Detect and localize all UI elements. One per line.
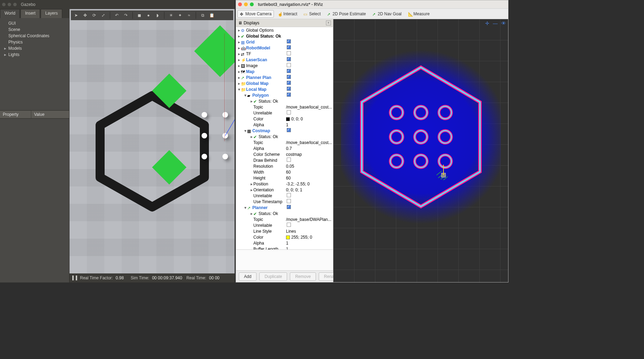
gazebo-3d-view[interactable]: ➤ ✥ ⟳ ⤢ ↶ ↷ ◼ ● ◗ ☀ ✦ ≈ ⧉ 📋 [70,9,235,282]
window-close-icon[interactable] [238,2,242,6]
tree-value[interactable]: 255; 255; 0 [285,235,333,240]
tree-value[interactable] [285,87,333,92]
tree-row[interactable]: ▾▩Costmap [236,128,333,134]
close-panel-icon[interactable]: × [326,21,331,25]
tree-value[interactable]: costmap [285,152,333,157]
tree-row[interactable]: ▾📁Local Map [236,86,333,92]
tree-value[interactable]: 0; 0; 0 [285,117,333,121]
tree-value[interactable] [285,63,333,68]
window-min-icon[interactable] [8,3,11,6]
tree-value[interactable] [285,199,333,204]
expand-icon[interactable]: ▸ [237,46,241,50]
toolbar-2d-nav-goal[interactable]: ➚2D Nav Goal [370,10,404,18]
tree-value[interactable]: 60 [285,170,333,175]
checkbox[interactable] [287,205,291,209]
tree-row[interactable]: ▾▰Polygon [236,92,333,98]
expand-icon[interactable]: ▸ [250,188,253,192]
tree-row[interactable]: ▸↗Planner Plan [236,74,333,80]
tree-row[interactable]: ▾↗Planner [236,205,333,210]
tree-value[interactable]: 60 [285,176,333,181]
tree-value[interactable]: /move_base/local_cost... [285,105,333,110]
checkbox[interactable] [287,63,291,67]
tree-value[interactable]: /move_base/local_cost... [285,140,333,145]
tree-row[interactable]: Alpha1 [236,122,333,128]
tree-value[interactable]: /move_base/DWAPlan... [285,217,333,222]
tree-row[interactable]: ▸⚡LaserScan [236,57,333,63]
expand-icon[interactable]: ▸ [237,40,241,45]
checkbox[interactable] [287,110,291,114]
tree-row[interactable]: Line StyleLines [236,228,333,234]
checkbox[interactable] [287,75,291,79]
tree-value[interactable] [285,110,333,115]
window-close-icon[interactable] [2,3,6,6]
toolbar-move-camera[interactable]: ✥Move Camera [237,10,274,18]
add-button[interactable]: Add [239,272,256,281]
expand-icon[interactable]: ▸ [237,57,241,62]
checkbox[interactable] [287,57,291,61]
tree-row[interactable]: Unreliable [236,110,333,116]
tree-row[interactable]: ▸⚙Global Options [236,27,333,33]
tree-value[interactable] [285,57,333,62]
tree-value[interactable]: 0.7 [285,146,333,151]
expand-icon[interactable]: ▸ [250,134,253,139]
tree-row[interactable]: Alpha0.7 [236,145,333,151]
checkbox[interactable] [287,39,291,43]
world-tree-item[interactable]: Models [3,45,66,51]
world-tree-item[interactable]: Lights [3,51,66,58]
tree-row[interactable]: Color0; 0; 0 [236,116,333,122]
tree-row[interactable]: Width60 [236,169,333,175]
window-max-icon[interactable] [250,2,254,6]
displays-tree[interactable]: ▸⚙Global Options▸✔Global Status: Ok▸▦Gri… [236,27,333,249]
tree-row[interactable]: ▸✔Status: Ok [236,98,333,104]
checkbox[interactable] [287,81,291,85]
toolbar-interact[interactable]: ☝Interact [275,10,300,18]
checkbox[interactable] [287,87,291,91]
gazebo-titlebar[interactable]: Gazebo [0,0,235,9]
tree-row[interactable]: ▸✔Status: Ok [236,210,333,216]
tree-value[interactable] [285,39,333,45]
tree-value[interactable] [285,69,333,74]
tree-row[interactable]: Color255; 255; 0 [236,234,333,240]
tree-value[interactable] [285,128,333,133]
tree-row[interactable]: Draw Behind [236,157,333,163]
pause-icon[interactable] [72,276,77,280]
expand-icon[interactable]: ▸ [237,34,241,39]
checkbox[interactable] [287,158,291,162]
duplicate-button[interactable]: Duplicate [259,272,287,281]
checkbox[interactable] [287,93,291,97]
tree-row[interactable]: Color Schemecostmap [236,151,333,157]
tree-row[interactable]: Unreliable [236,193,333,199]
expand-icon[interactable]: ▸ [250,211,253,216]
tree-value[interactable] [285,81,333,86]
checkbox[interactable] [287,223,291,227]
tree-row[interactable]: ▸Position-3.2; -2.55; 0 [236,181,333,187]
checkbox[interactable] [287,51,291,55]
toolbar-select[interactable]: ▭Select [301,10,323,18]
rviz-titlebar[interactable]: turtlebot3_navigation.rviz* - RViz [236,0,508,9]
tree-row[interactable]: ▸🖼Image [236,63,333,69]
tree-row[interactable]: ▸▦Grid [236,39,333,45]
tree-row[interactable]: ▸⇄TF [236,51,333,57]
tab-insert[interactable]: Insert [21,9,40,18]
window-min-icon[interactable] [244,2,248,6]
expand-icon[interactable]: ▸ [237,28,241,33]
tree-row[interactable]: ▸🤖RobotModel [236,45,333,51]
tree-row[interactable]: Topic/move_base/local_cost... [236,104,333,110]
checkbox[interactable] [287,128,291,132]
tree-value[interactable] [285,45,333,50]
tree-row[interactable]: Topic/move_base/local_cost... [236,139,333,145]
tree-value[interactable]: Lines [285,229,333,234]
tree-row[interactable]: Unreliable [236,222,333,228]
expand-icon[interactable]: ▸ [250,182,253,186]
tree-row[interactable]: Alpha1 [236,240,333,246]
tree-row[interactable]: ▸🗺Map [236,69,333,74]
tree-value[interactable] [285,205,333,210]
tree-value[interactable] [285,193,333,198]
expand-icon[interactable]: ▾ [237,87,241,92]
tree-row[interactable]: ▸📁Global Map [236,80,333,86]
expand-icon[interactable]: ▾ [244,128,247,133]
tree-value[interactable]: 1 [285,247,333,250]
expand-icon[interactable]: ▸ [237,69,241,74]
tab-world[interactable]: World [0,9,20,18]
tree-value[interactable] [285,158,333,163]
